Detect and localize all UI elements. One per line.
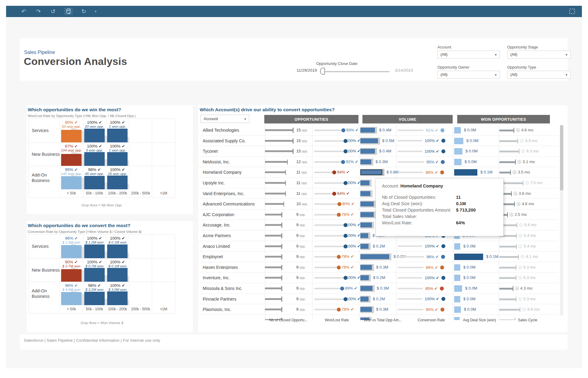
sales-cycle-whisker[interactable]: [499, 309, 520, 311]
sales-cycle-whisker[interactable]: [499, 151, 519, 152]
wonlost-dot[interactable]: [344, 139, 347, 143]
wonlost-dot[interactable]: [344, 181, 347, 185]
cell-bar[interactable]: [84, 292, 105, 305]
filter-dropdown-opportunity-owner[interactable]: (All) ▼: [437, 71, 500, 79]
avg-deal-bar[interactable]: [454, 254, 483, 260]
closed-opp-whisker[interactable]: [265, 298, 282, 300]
volume-bar[interactable]: [360, 212, 374, 217]
volume-bar[interactable]: [360, 201, 374, 206]
wonlost-dot[interactable]: [337, 255, 341, 259]
wonlost-dot[interactable]: [332, 170, 336, 174]
account-name[interactable]: Accusage, Inc.: [203, 220, 231, 230]
filter-dropdown-account[interactable]: (All) ▼: [437, 51, 500, 59]
matrix-row-label[interactable]: Services: [29, 119, 60, 142]
volume-bar[interactable]: [360, 307, 372, 312]
volume-bar[interactable]: [360, 244, 369, 249]
avg-deal-bar[interactable]: [454, 243, 460, 250]
wonlost-dot[interactable]: [341, 128, 345, 132]
account-name[interactable]: NetAssist, Inc.: [203, 157, 230, 167]
account-name[interactable]: Advanced Communications: [203, 199, 255, 209]
account-name[interactable]: Acme Partners: [203, 230, 231, 241]
wonlost-dot[interactable]: [337, 308, 341, 312]
matrix-row-label[interactable]: Services: [29, 235, 60, 258]
closed-opp-whisker[interactable]: [265, 266, 282, 268]
account-name[interactable]: Missoula & Sons Inc.: [203, 283, 243, 294]
conversion-dot[interactable]: [441, 244, 445, 248]
avg-deal-bar[interactable]: [454, 169, 477, 176]
cell-bar[interactable]: [61, 292, 82, 305]
matrix-row-label[interactable]: Add-On Business: [29, 166, 60, 189]
closed-opp-whisker[interactable]: [265, 171, 286, 173]
volume-bar[interactable]: [360, 265, 372, 270]
filter-dropdown-opportunity-type[interactable]: (All) ▼: [507, 71, 571, 79]
account-dimension-dropdown[interactable]: Account ▼: [201, 115, 249, 123]
cell-bar[interactable]: [84, 152, 105, 166]
account-name[interactable]: AJC Corporation: [203, 209, 234, 220]
cell-bar[interactable]: [84, 268, 105, 282]
date-slider-handle[interactable]: [320, 68, 325, 75]
avg-deal-bar[interactable]: [454, 296, 460, 302]
cell-bar[interactable]: [84, 244, 105, 258]
volume-bar[interactable]: [360, 286, 372, 291]
volume-bar[interactable]: [360, 149, 375, 154]
cell-bar[interactable]: [107, 291, 128, 305]
volume-bar[interactable]: [360, 128, 375, 133]
undo-icon[interactable]: ↶: [20, 9, 27, 14]
conversion-dot[interactable]: [440, 287, 444, 291]
cell-bar[interactable]: [107, 244, 128, 258]
cell-bar[interactable]: [61, 269, 82, 282]
closed-opp-whisker[interactable]: [265, 150, 293, 152]
wonlost-dot[interactable]: [344, 234, 347, 238]
sales-cycle-whisker[interactable]: [499, 298, 516, 300]
cell-bar[interactable]: [84, 176, 105, 189]
account-name[interactable]: Vand Enterprises, Inc.: [203, 188, 244, 199]
cell-bar[interactable]: [107, 129, 128, 142]
account-name[interactable]: Anaco Limited: [203, 241, 230, 252]
account-name[interactable]: Employnet: [203, 251, 223, 262]
wonlost-dot[interactable]: [332, 192, 336, 196]
avg-deal-bar[interactable]: [454, 264, 460, 271]
account-name[interactable]: Haven Enterprises: [203, 262, 238, 273]
volume-bar[interactable]: [360, 180, 369, 185]
cell-bar[interactable]: [61, 154, 82, 166]
account-name[interactable]: Associated Supply Co.: [203, 136, 246, 146]
wonlost-dot[interactable]: [341, 160, 345, 164]
sales-cycle-whisker[interactable]: [499, 288, 513, 290]
avg-deal-bar[interactable]: [454, 275, 460, 281]
refresh-data-icon[interactable]: [64, 8, 73, 15]
volume-bar[interactable]: [360, 297, 369, 301]
wonlost-dot[interactable]: [344, 297, 347, 301]
group-header-volume[interactable]: VOLUME: [362, 115, 453, 123]
closed-opp-whisker[interactable]: [265, 256, 282, 258]
volume-bar[interactable]: [360, 138, 378, 143]
avg-deal-bar[interactable]: [454, 317, 460, 320]
toolbar-dropdown-caret-icon[interactable]: ▾: [95, 10, 97, 13]
volume-bar[interactable]: [360, 233, 368, 238]
table-scrollbar[interactable]: [560, 125, 563, 316]
sales-cycle-whisker[interactable]: [499, 130, 514, 131]
account-name[interactable]: Pinnacle Partners: [203, 294, 237, 305]
closed-opp-whisker[interactable]: [265, 182, 286, 184]
account-name[interactable]: Allied Technologies: [203, 125, 239, 136]
wonlost-dot[interactable]: [337, 266, 341, 269]
conversion-dot[interactable]: [441, 276, 445, 280]
sales-cycle-whisker[interactable]: [499, 319, 515, 320]
sales-cycle-whisker[interactable]: [499, 256, 518, 258]
conversion-dot[interactable]: [440, 170, 444, 174]
conversion-dot[interactable]: [440, 308, 444, 312]
closed-opp-whisker[interactable]: [265, 245, 282, 247]
group-header-opportunities[interactable]: OPPORTUNITIES: [264, 115, 358, 123]
matrix-row-label[interactable]: Add-On Business: [29, 282, 60, 305]
account-name[interactable]: Plasmosis, Inc.: [203, 304, 231, 315]
cell-bar[interactable]: [61, 245, 82, 258]
account-name[interactable]: Homeland Company: [203, 167, 242, 178]
date-slider-track[interactable]: [324, 71, 390, 72]
wonlost-dot[interactable]: [337, 202, 341, 206]
closed-opp-whisker[interactable]: [265, 308, 282, 310]
filter-dropdown-opportunity-stage[interactable]: (All) ▼: [507, 51, 571, 59]
volume-bar[interactable]: [360, 159, 371, 164]
avg-deal-bar[interactable]: [454, 127, 461, 134]
group-header-won-opportunities[interactable]: WON OPPORTUNITIES: [457, 115, 550, 123]
sales-cycle-whisker[interactable]: [499, 140, 518, 142]
sales-cycle-whisker[interactable]: [499, 267, 516, 269]
